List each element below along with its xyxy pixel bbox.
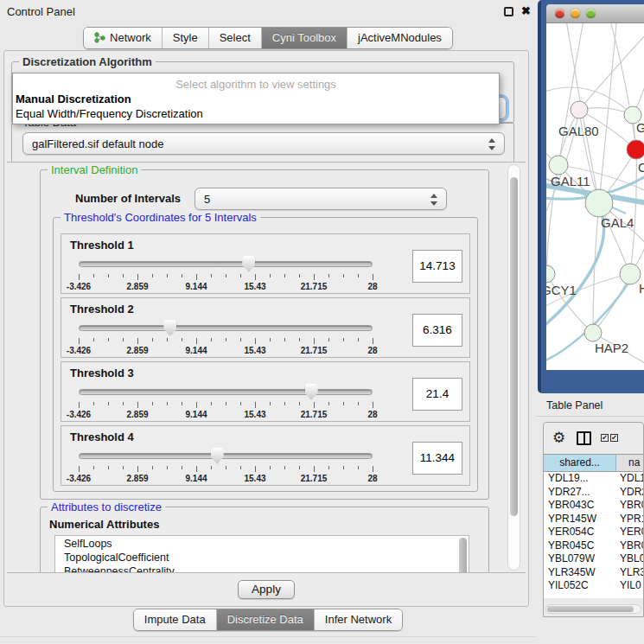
threshold-2-value-field[interactable]: 6.316 (412, 314, 462, 347)
GAL4-node[interactable] (585, 189, 613, 217)
tick-label: 21.715 (301, 346, 328, 355)
GAL80-node[interactable] (571, 101, 588, 118)
table-data-combobox[interactable]: galFiltered.sif default node (22, 132, 505, 155)
cell-name[interactable]: YPR1 (616, 513, 643, 526)
GCY1-node[interactable] (546, 265, 555, 283)
red-node[interactable] (627, 140, 644, 159)
algorithm-option-manual[interactable]: Manual Discretization (16, 92, 131, 105)
network-canvas[interactable]: GAL80G.CGAL11GAL4GCY1HHAP2 (546, 23, 644, 370)
attribute-list-item[interactable]: BetweennessCentrality (55, 564, 469, 573)
cell-name[interactable]: YLR3 (616, 566, 643, 580)
cell-shared-name[interactable]: YPR145W (544, 513, 616, 526)
close-traffic-light-icon[interactable] (555, 9, 564, 18)
threshold-3-slider[interactable]: -3.4262.8599.14415.4321.71528 (79, 383, 373, 419)
table-row[interactable]: YDR27...YDR2 (544, 486, 643, 500)
close-icon[interactable]: ✖ (521, 4, 531, 17)
tick-label: 9.144 (185, 346, 207, 355)
threshold-2-slider[interactable]: -3.4262.8599.14415.4321.71528 (79, 319, 373, 355)
settings-gear-icon[interactable]: ⚙ (552, 429, 565, 447)
threshold-4-value-field[interactable]: 11.344 (412, 442, 462, 475)
cell-shared-name[interactable]: YIL052C (544, 579, 616, 593)
table-row[interactable]: YPR145WYPR1 (544, 513, 643, 526)
tab-jactivemnodules[interactable]: jActiveMNodules (347, 28, 452, 48)
cell-shared-name[interactable]: YDR27... (544, 486, 616, 500)
threshold-3-panel: Threshold 3 -3.4262.8599.14415.4321.7152… (61, 361, 470, 422)
table-panel-title: Table Panel (546, 399, 603, 411)
thresholds-group-title: Threshold's Coordinates for 5 Intervals (61, 211, 260, 224)
slider-track[interactable] (79, 325, 373, 331)
cell-name[interactable]: YER0 (616, 526, 643, 539)
table-row[interactable]: YBR045CYBR0 (544, 539, 643, 553)
cell-shared-name[interactable]: YDL19... (544, 472, 616, 486)
tab-network[interactable]: Network (84, 28, 162, 48)
cell-shared-name[interactable]: YBL079W (544, 552, 616, 566)
cell-name[interactable]: YBR0 (616, 539, 643, 553)
settings-scroll-viewport: Interval Definition Number of Intervals … (7, 162, 526, 573)
cell-shared-name[interactable]: YLR345W (544, 566, 616, 580)
apply-button[interactable]: Apply (238, 580, 295, 599)
cell-shared-name[interactable]: YBR045C (544, 539, 616, 553)
attributes-list-scrollbar[interactable] (459, 538, 467, 573)
float-window-icon[interactable] (504, 7, 513, 16)
select-columns-icon[interactable]: ✔ ✔ (601, 434, 618, 442)
tab-select[interactable]: Select (208, 28, 261, 48)
slider-track[interactable] (79, 389, 373, 395)
slider-thumb[interactable] (305, 384, 318, 400)
number-of-intervals-combobox[interactable]: 5 (194, 188, 447, 210)
cell-name[interactable]: YDL1 (616, 472, 643, 486)
table-row[interactable]: YER054CYER0 (544, 526, 643, 539)
table-panel-window: ⚙ ✔ ✔ shared... na YDL19...YDL1YDR27...Y… (543, 422, 644, 617)
threshold-3-value-field[interactable]: 21.4 (412, 378, 462, 411)
GAL11-node[interactable] (549, 156, 568, 175)
threshold-4-label: Threshold 4 (70, 430, 134, 443)
table-row[interactable]: YLR345WYLR3 (544, 566, 643, 580)
column-header-name[interactable]: na (616, 455, 643, 471)
table-row[interactable]: YIL052CYIL0 (544, 579, 643, 593)
column-header-shared-name[interactable]: shared... (544, 455, 616, 471)
slider-thumb[interactable] (242, 256, 255, 272)
slider-track[interactable] (79, 453, 373, 459)
table-row[interactable]: YBR043CYBR0 (544, 499, 643, 513)
slider-thumb[interactable] (211, 448, 224, 464)
slider-ticks (79, 402, 373, 409)
zoom-traffic-light-icon[interactable] (586, 9, 596, 18)
minimize-traffic-light-icon[interactable] (571, 9, 580, 18)
threshold-4-slider[interactable]: -3.4262.8599.14415.4321.71528 (79, 447, 373, 483)
network-edge-highlighted[interactable] (546, 208, 604, 331)
tick-label: 15.43 (244, 474, 265, 483)
tab-infer-network[interactable]: Infer Network (314, 609, 402, 630)
tab-style[interactable]: Style (162, 28, 208, 48)
tab-discretize-data[interactable]: Discretize Data (216, 609, 314, 630)
table-row[interactable]: YDL19...YDL1 (544, 472, 643, 486)
table-row[interactable]: YBL079WYBL0 (544, 552, 643, 566)
horizontal-scrollbar[interactable] (545, 604, 641, 614)
tab-cyni-toolbox[interactable]: Cyni Toolbox (261, 28, 347, 48)
scrollbar-thumb[interactable] (510, 177, 518, 516)
tab-impute-data[interactable]: Impute Data (134, 609, 216, 630)
cell-shared-name[interactable]: YBR043C (544, 499, 616, 513)
cell-name[interactable]: YIL0 (616, 579, 643, 593)
slider-thumb[interactable] (163, 320, 176, 336)
cell-name[interactable]: YBL0 (616, 552, 643, 566)
algorithm-option-equal-width[interactable]: Equal Width/Frequency Discretization (16, 107, 203, 120)
scrollbar-thumb[interactable] (547, 606, 634, 612)
attribute-list-item[interactable]: TopologicalCoefficient (55, 550, 469, 564)
vertical-scrollbar[interactable] (507, 164, 520, 571)
H-node[interactable] (620, 264, 641, 284)
slider-track[interactable] (79, 261, 373, 267)
column-split-icon[interactable] (577, 431, 591, 445)
threshold-1-slider[interactable]: -3.4262.8599.14415.4321.71528 (79, 255, 373, 291)
HAP2-node[interactable] (584, 324, 602, 341)
threshold-1-value-field[interactable]: 14.713 (412, 250, 462, 283)
node-label: HAP2 (595, 341, 628, 355)
numerical-attributes-list[interactable]: SelfLoopsTopologicalCoefficientBetweenne… (54, 535, 469, 573)
chevron-updown-icon (430, 194, 438, 206)
attribute-list-item[interactable]: SelfLoops (55, 536, 469, 550)
cell-name[interactable]: YBR0 (616, 499, 643, 513)
algorithm-hint-item[interactable]: Select algorithm to view settings (13, 78, 499, 91)
slider-ticks (79, 274, 373, 281)
tick-label: 2.859 (126, 474, 148, 483)
cell-shared-name[interactable]: YER054C (544, 526, 616, 539)
network-edge[interactable] (630, 150, 636, 274)
cell-name[interactable]: YDR2 (616, 486, 643, 500)
